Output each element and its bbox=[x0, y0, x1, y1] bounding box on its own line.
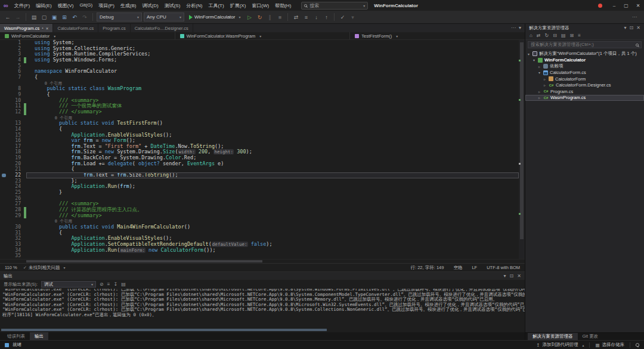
pin-icon[interactable]: ⊡ bbox=[630, 26, 634, 30]
code-text[interactable]: { bbox=[26, 75, 519, 81]
code-text[interactable]: { bbox=[26, 166, 519, 172]
project-dropdown[interactable]: WinFormCalculator ▾ bbox=[0, 32, 175, 39]
code-text[interactable] bbox=[26, 196, 519, 202]
panel-tab[interactable]: 错误列表 bbox=[2, 332, 30, 340]
add-to-source-control-button[interactable]: 添加到源代码管理 bbox=[542, 342, 578, 348]
code-text[interactable]: var frm = new Form(); bbox=[26, 138, 519, 144]
minimize-button[interactable]: – bbox=[608, 0, 620, 11]
caret-position[interactable]: 行: 22, 字符: 149 bbox=[411, 265, 444, 271]
file-encoding[interactable]: UTF-8 with BOM bbox=[487, 265, 520, 271]
tree-item[interactable]: ▾WinFormCalculator bbox=[525, 57, 644, 64]
breakpoint-margin[interactable] bbox=[0, 230, 8, 236]
collapse-all-icon[interactable]: ⊟ bbox=[553, 33, 557, 38]
indent-mode[interactable]: 空格 bbox=[453, 265, 462, 271]
code-text[interactable]: public static void Main4WinFormCalculato… bbox=[26, 224, 519, 230]
tree-item[interactable]: ▹C#CalculatorForm.Designer.cs bbox=[525, 82, 644, 89]
code-text[interactable]: frm.BackColor = System.Drawing.Color.Red… bbox=[26, 155, 519, 161]
breakpoint-margin[interactable] bbox=[0, 166, 8, 172]
breakpoint-margin[interactable] bbox=[0, 121, 8, 126]
maximize-button[interactable]: ▢ bbox=[620, 0, 632, 11]
code-text[interactable]: 0 个引用 bbox=[26, 115, 519, 121]
breakpoint-margin[interactable] bbox=[0, 218, 8, 224]
code-text[interactable]: /// <summary> bbox=[26, 98, 519, 104]
breakpoint-margin[interactable] bbox=[0, 126, 8, 132]
breakpoint-margin[interactable] bbox=[0, 248, 8, 254]
home-icon[interactable]: ⌂ bbox=[530, 33, 532, 38]
breakpoint-margin[interactable] bbox=[0, 155, 8, 161]
breakpoint-margin[interactable] bbox=[0, 207, 8, 213]
codelens-references[interactable]: 0 个引用 bbox=[35, 219, 72, 224]
navigate-forward-icon[interactable]: → bbox=[14, 13, 22, 22]
code-text[interactable]: Application.Run(frm); bbox=[26, 184, 519, 190]
breakpoint-margin[interactable] bbox=[0, 213, 8, 219]
navigate-symbols-icon[interactable]: ⇄ bbox=[292, 13, 300, 22]
chevron-closed-icon[interactable]: ▹ bbox=[543, 83, 547, 87]
tree-item[interactable]: ▹C#Program.cs bbox=[525, 88, 644, 95]
word-wrap-icon[interactable]: ≡ bbox=[107, 282, 110, 287]
menu-item[interactable]: 帮助(H) bbox=[272, 2, 294, 9]
menu-item[interactable]: 测试(S) bbox=[162, 2, 184, 9]
code-text[interactable]: frm.Text = "First form" + DateTime.Now.T… bbox=[26, 144, 519, 150]
tree-item[interactable]: ▹依赖项 bbox=[525, 63, 644, 70]
type-dropdown[interactable]: WinFormCalculator.WasmProgram ▾ bbox=[175, 32, 351, 39]
breakpoint-margin[interactable] bbox=[0, 81, 8, 87]
code-text[interactable]: { bbox=[26, 230, 519, 236]
tool-window-tab[interactable]: 解决方案资源管理器 bbox=[528, 333, 578, 340]
code-text[interactable]: } bbox=[26, 190, 519, 196]
close-panel-icon[interactable]: ✕ bbox=[517, 274, 521, 279]
hot-reload-icon[interactable]: ↻ bbox=[255, 13, 264, 22]
document-tab[interactable]: WasmProgram.cs▪✕ bbox=[0, 24, 53, 32]
code-text[interactable]: using System; bbox=[26, 40, 519, 46]
breakpoint-margin[interactable] bbox=[0, 86, 8, 92]
breakpoint-margin[interactable] bbox=[0, 184, 8, 190]
code-text[interactable]: /// 计算器的应用程序的主入口点。 bbox=[26, 207, 519, 213]
breakpoint-margin[interactable] bbox=[0, 92, 8, 98]
code-text[interactable]: }; bbox=[26, 178, 519, 184]
code-text[interactable]: { bbox=[26, 92, 519, 98]
find-in-files-icon[interactable]: ≡ bbox=[302, 13, 310, 22]
breakpoint-margin[interactable] bbox=[0, 75, 8, 81]
new-file-icon[interactable]: ▤ bbox=[30, 13, 38, 22]
panel-tab[interactable]: 输出 bbox=[30, 332, 48, 340]
breakpoint-margin[interactable] bbox=[0, 63, 8, 69]
chevron-open-icon[interactable]: ▾ bbox=[532, 58, 536, 62]
output-horizontal-scrollbar[interactable] bbox=[0, 328, 525, 332]
autoscroll-icon[interactable]: ↧ bbox=[113, 282, 117, 287]
code-text[interactable]: 0 个引用 bbox=[26, 218, 519, 224]
code-text[interactable]: Application.SetCompatibleTextRenderingDe… bbox=[26, 242, 519, 248]
show-all-files-icon[interactable]: ▤ bbox=[561, 33, 566, 38]
breakpoint-margin[interactable] bbox=[0, 132, 8, 138]
solution-explorer-search-input[interactable]: 搜索解决方案资源管理器(Ctrl+;) bbox=[528, 41, 642, 48]
menu-item[interactable]: 编辑(E) bbox=[33, 2, 55, 9]
breakpoint-margin[interactable] bbox=[0, 98, 8, 104]
code-text[interactable]: { bbox=[26, 126, 519, 132]
chevron-open-icon[interactable]: ▾ bbox=[527, 52, 531, 56]
code-text[interactable]: /// 一个很简单的测试窗体 bbox=[26, 103, 519, 109]
code-text[interactable]: public static void TestFirstForm() bbox=[26, 121, 519, 126]
stop-debugging-icon[interactable]: ■ bbox=[275, 13, 284, 22]
panel-menu-icon[interactable]: ▾ bbox=[624, 26, 627, 30]
start-without-debugging-icon[interactable]: ▷ bbox=[245, 13, 253, 22]
quick-search-box[interactable]: 搜索 ▾ bbox=[301, 2, 368, 10]
tree-item[interactable]: ▹CalculatorForm bbox=[525, 76, 644, 82]
start-debugging-button[interactable]: WinFormCalculator▾ bbox=[186, 13, 243, 22]
chevron-closed-icon[interactable]: ▹ bbox=[537, 95, 541, 100]
chevron-closed-icon[interactable]: ▹ bbox=[537, 89, 541, 94]
code-text[interactable]: using System.Runtime.CompilerServices; bbox=[26, 51, 519, 57]
more-commands-icon[interactable]: ▾ bbox=[348, 13, 357, 22]
close-icon[interactable]: ✕ bbox=[45, 26, 48, 30]
notifications-bell-icon[interactable] bbox=[636, 343, 639, 347]
navigate-down-icon[interactable]: ↓ bbox=[312, 13, 320, 22]
chevron-closed-icon[interactable]: ▹ bbox=[537, 64, 541, 69]
code-text[interactable] bbox=[26, 63, 519, 69]
select-repository-button[interactable]: 选择存储库 bbox=[602, 342, 625, 348]
open-log-file-icon[interactable]: ▤ bbox=[121, 282, 126, 287]
breakpoint-margin[interactable] bbox=[0, 224, 8, 230]
menu-item[interactable]: 分析(N) bbox=[183, 2, 205, 9]
close-button[interactable]: ✕ bbox=[632, 0, 644, 11]
breakpoint-margin[interactable] bbox=[0, 236, 8, 242]
solution-platform-dropdown[interactable]: Any CPU▾ bbox=[144, 13, 184, 21]
toolbar-overflow-icon[interactable]: ⋯ bbox=[632, 14, 640, 20]
view-code-icon[interactable]: ⊞ bbox=[570, 33, 574, 38]
breakpoint-margin[interactable] bbox=[0, 109, 8, 115]
